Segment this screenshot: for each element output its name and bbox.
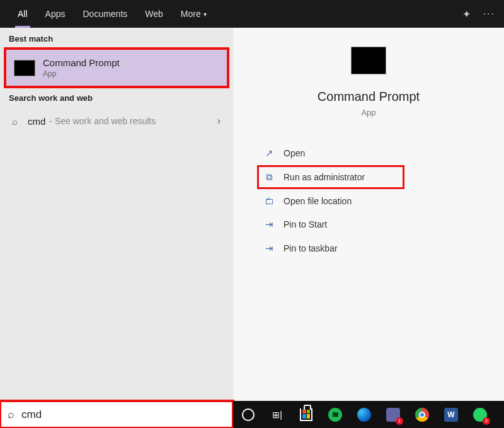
word-icon: W [444,408,458,422]
feedback-icon[interactable]: ✦ [462,8,471,20]
preview-subtitle: App [361,108,375,117]
taskbar-cortana[interactable] [237,403,260,426]
best-match-label: Best match [0,28,233,49]
taskbar-word[interactable]: W [440,403,462,426]
tab-all[interactable]: All [9,0,37,28]
chrome-icon [415,408,429,422]
tab-web[interactable]: Web [136,0,172,28]
search-icon: ⌕ [0,408,21,421]
search-topbar: All Apps Documents Web More▾ ✦ ··· [0,0,504,28]
more-options-icon[interactable]: ··· [483,8,495,20]
search-tabs: All Apps Documents Web More▾ [0,0,215,28]
search-web-result[interactable]: ⌕ cmd - See work and web results › [0,108,233,134]
search-input[interactable] [21,408,233,421]
action-pin-start[interactable]: ⇥ Pin to Start [258,214,504,235]
edge-icon [357,408,371,422]
taskbar-whatsapp[interactable]: 2 [469,403,491,426]
open-icon: ↗ [262,147,276,159]
tab-apps[interactable]: Apps [37,0,74,28]
preview-pane: Command Prompt App ↗ Open ⧉ Run as admin… [233,28,504,401]
chevron-right-icon: › [217,115,224,127]
pin-icon: ⇥ [262,243,276,254]
taskbar-taskview[interactable]: ⊞| [266,403,289,426]
action-pin-taskbar[interactable]: ⇥ Pin to taskbar [258,238,504,259]
spotify-icon: ≋ [328,408,342,422]
best-match-result[interactable]: Command Prompt App [5,49,228,87]
search-web-label: Search work and web [0,87,233,108]
result-subtitle: App [43,69,120,78]
cmd-icon [14,60,35,76]
preview-title: Command Prompt [318,90,420,104]
tab-documents[interactable]: Documents [74,0,136,28]
action-open[interactable]: ↗ Open [258,142,504,164]
chevron-down-icon: ▾ [203,11,207,18]
results-pane: Best match Command Prompt App Search wor… [0,28,233,401]
notification-badge: 1 [396,417,403,425]
action-open-location[interactable]: 🗀 Open file location [258,190,504,211]
taskbar-store[interactable] [295,403,318,426]
taskbar-chrome[interactable] [411,403,433,426]
result-title: Command Prompt [43,57,120,68]
pin-icon: ⇥ [262,219,276,230]
notification-badge: 2 [483,417,490,425]
web-hint-text: - See work and web results [49,116,156,126]
store-icon [300,408,312,421]
taskbar-teams[interactable]: 1 [382,403,404,426]
circle-icon [242,408,255,421]
tab-more[interactable]: More▾ [172,0,215,28]
action-run-as-admin[interactable]: ⧉ Run as administrator [258,166,403,188]
taskbar-edge[interactable] [353,403,375,426]
web-query-text: cmd [28,116,45,127]
taskbar-spotify[interactable]: ≋ [324,403,346,426]
search-box[interactable]: ⌕ [0,401,233,428]
folder-icon: 🗀 [262,195,276,206]
preview-app-icon [351,47,386,74]
taskbar: ⊞| ≋ 1 W 2 [233,401,504,428]
shield-icon: ⧉ [262,171,276,183]
search-icon: ⌕ [9,116,20,127]
